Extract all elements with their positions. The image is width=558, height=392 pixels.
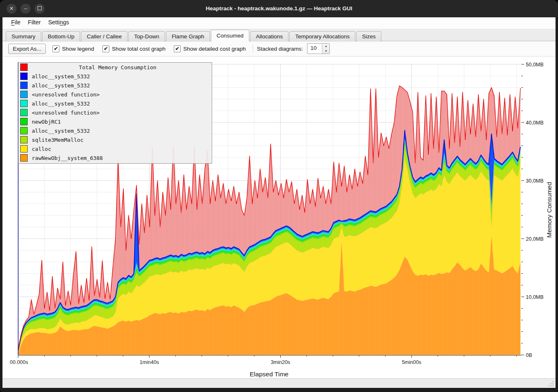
y-tick-label: 10,0MB xyxy=(526,294,544,300)
chart-legend: Total Memory Consumptionalloc__system_53… xyxy=(18,62,212,164)
tab-summary[interactable]: Summary xyxy=(6,31,41,42)
checkmark-icon[interactable]: ✔ xyxy=(102,45,109,52)
tab-flame-graph[interactable]: Flame Graph xyxy=(166,31,210,42)
legend-label: <unresolved function> xyxy=(32,92,99,98)
status-bar xyxy=(2,378,556,388)
legend-label: alloc__system_5332 xyxy=(32,128,90,134)
legend-item: alloc__system_5332 xyxy=(19,126,212,135)
checkbox-group: ✔Show legend✔Show total cost graph✔Show … xyxy=(50,45,246,52)
legend-label: <unresolved function> xyxy=(32,110,99,116)
legend-swatch-icon xyxy=(20,145,28,153)
x-tick-label: 00.000s xyxy=(10,359,28,365)
legend-item: <unresolved function> xyxy=(19,108,212,117)
y-tick-label: 40,0MB xyxy=(526,120,544,126)
legend-item: alloc__system_5332 xyxy=(19,81,212,90)
legend-item: calloc xyxy=(19,144,212,153)
stacked-diagrams-spinner[interactable]: 10 ▲ ▼ xyxy=(307,43,330,54)
stacked-diagrams-label: Stacked diagrams: xyxy=(257,46,303,52)
menu-item-file[interactable]: File xyxy=(7,17,24,29)
x-axis-title: Elapsed Time xyxy=(250,371,288,378)
resize-grip-icon[interactable] xyxy=(548,381,554,387)
spinner-buttons: ▲ ▼ xyxy=(322,44,329,54)
spinner-up-icon[interactable]: ▲ xyxy=(322,44,329,49)
menu-item-settings[interactable]: Settings xyxy=(45,17,73,29)
legend-item: alloc__system_5332 xyxy=(19,99,212,108)
x-tick-label: 5min00s xyxy=(402,359,421,365)
menu-item-filter[interactable]: Filter xyxy=(24,17,45,29)
legend-swatch-icon xyxy=(20,63,28,71)
legend-title-row: Total Memory Consumption xyxy=(19,63,212,72)
spinner-down-icon[interactable]: ▼ xyxy=(322,49,329,54)
checkmark-icon[interactable]: ✔ xyxy=(174,45,181,52)
legend-item: <unresolved function> xyxy=(19,90,212,99)
legend-swatch-icon xyxy=(20,73,28,80)
checkbox-label: Show detailed cost graph xyxy=(183,46,246,52)
legend-item: sqlite3MemMalloc xyxy=(19,135,212,144)
checkbox-show-total-cost-graph[interactable]: ✔Show total cost graph xyxy=(102,45,166,52)
legend-swatch-icon xyxy=(20,91,28,98)
x-tick-label: 1min40s xyxy=(140,359,159,365)
legend-item: alloc__system_5332 xyxy=(19,72,212,81)
legend-label: alloc__system_5332 xyxy=(32,73,90,80)
legend-swatch-icon xyxy=(20,127,28,134)
spinner-value[interactable]: 10 xyxy=(307,44,322,54)
checkbox-label: Show total cost graph xyxy=(112,46,166,52)
window-content: FileFilterSettings SummaryBottom-UpCalle… xyxy=(2,17,556,388)
tab-bar: SummaryBottom-UpCaller / CalleeTop-DownF… xyxy=(2,29,556,41)
legend-label: Total Memory Consumption xyxy=(32,64,203,70)
legend-swatch-icon xyxy=(20,109,28,116)
y-tick-label: 0B xyxy=(526,352,532,358)
toolbar: Export As... ✔Show legend✔Show total cos… xyxy=(2,41,556,56)
y-tick-label: 50,0MB xyxy=(526,62,544,68)
menu-bar: FileFilterSettings xyxy=(2,17,556,29)
tab-bottom-up[interactable]: Bottom-Up xyxy=(42,31,80,42)
legend-item: rawNewObj__system_6388 xyxy=(19,153,212,162)
tab-top-down[interactable]: Top-Down xyxy=(128,31,165,42)
x-tick-label: 3min20s xyxy=(271,359,290,365)
legend-label: sqlite3MemMalloc xyxy=(32,137,83,143)
tab-allocations[interactable]: Allocations xyxy=(250,31,288,42)
tab-caller-callee[interactable]: Caller / Callee xyxy=(81,31,128,42)
toolbar-separator xyxy=(253,45,253,53)
legend-swatch-icon xyxy=(20,82,28,89)
legend-label: alloc__system_5332 xyxy=(32,82,90,89)
checkbox-label: Show legend xyxy=(62,46,94,52)
app-window: ✕ – Heaptrack - heaptrack.wakunode.1.gz … xyxy=(0,0,558,392)
y-tick-label: 20,0MB xyxy=(526,236,544,242)
legend-swatch-icon xyxy=(20,154,28,162)
y-tick-label: 30,0MB xyxy=(526,178,544,184)
legend-item: newObjRC1 xyxy=(19,117,212,126)
legend-swatch-icon xyxy=(20,136,28,143)
y-axis-title: Memory Consumed xyxy=(546,182,553,237)
legend-swatch-icon xyxy=(20,118,28,125)
checkbox-show-detailed-cost-graph[interactable]: ✔Show detailed cost graph xyxy=(174,45,246,52)
legend-label: alloc__system_5332 xyxy=(32,101,90,107)
memory-consumed-chart[interactable]: 00.000s1min40s3min20s5min00s0B10,0MB20,0… xyxy=(2,56,556,380)
checkbox-show-legend[interactable]: ✔Show legend xyxy=(52,45,94,52)
legend-label: calloc xyxy=(32,146,51,152)
window-title: Heaptrack - heaptrack.wakunode.1.gz — He… xyxy=(0,0,558,17)
checkmark-icon[interactable]: ✔ xyxy=(52,45,59,52)
tab-consumed[interactable]: Consumed xyxy=(211,30,249,42)
legend-label: newObjRC1 xyxy=(32,119,61,125)
title-bar: ✕ – Heaptrack - heaptrack.wakunode.1.gz … xyxy=(0,0,558,18)
export-as-button[interactable]: Export As... xyxy=(8,44,46,54)
tab-temporary-allocations[interactable]: Temporary Allocations xyxy=(289,31,355,42)
stack-texture xyxy=(18,131,520,355)
legend-label: rawNewObj__system_6388 xyxy=(32,155,103,161)
tab-sizes[interactable]: Sizes xyxy=(356,31,381,42)
legend-swatch-icon xyxy=(20,100,28,107)
